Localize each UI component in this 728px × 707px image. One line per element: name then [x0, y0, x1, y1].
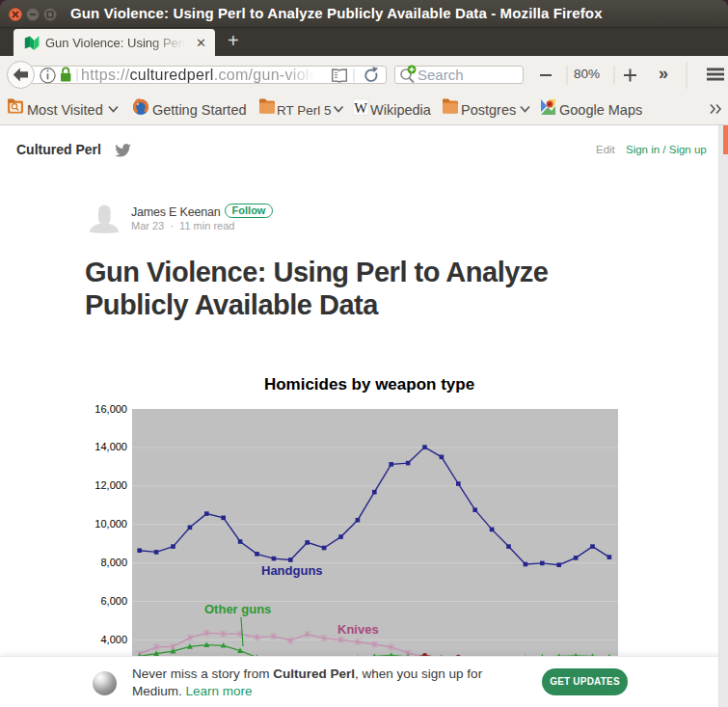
- svg-text:12,000: 12,000: [94, 479, 127, 491]
- svg-text:Homicides by weapon type: Homicides by weapon type: [264, 375, 474, 394]
- svg-text:4,000: 4,000: [100, 634, 127, 645]
- svg-text:16,000: 16,000: [94, 403, 127, 415]
- svg-text:Knives: Knives: [337, 622, 379, 637]
- svg-text:6,000: 6,000: [100, 595, 127, 607]
- svg-text:10,000: 10,000: [94, 518, 127, 530]
- svg-text:Handguns: Handguns: [261, 563, 323, 578]
- svg-text:W: W: [354, 100, 367, 116]
- svg-text:14,000: 14,000: [94, 441, 127, 452]
- svg-text:8,000: 8,000: [100, 557, 127, 568]
- svg-text:Other guns: Other guns: [204, 602, 271, 616]
